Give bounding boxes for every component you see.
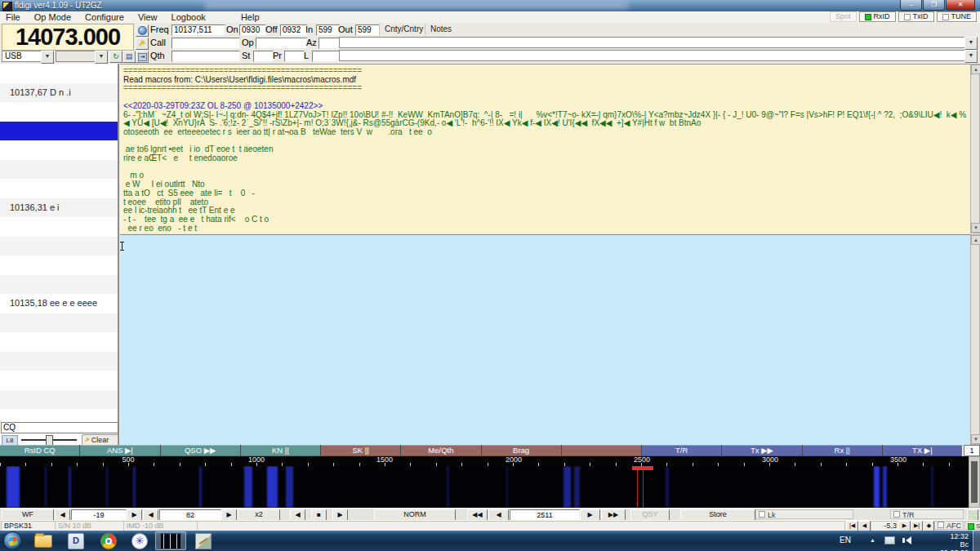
taskbar-designer-button[interactable] bbox=[188, 531, 219, 550]
maximize-button[interactable]: ❐ bbox=[923, 0, 945, 11]
chevron-down-icon[interactable]: ▼ bbox=[964, 50, 978, 63]
macro-button-brag[interactable]: Brag bbox=[482, 445, 561, 456]
taskbar-fldigi-button[interactable] bbox=[155, 531, 186, 550]
macro-button-t-r[interactable]: T/R bbox=[642, 445, 721, 456]
scroll-down-icon[interactable]: ▼ bbox=[971, 223, 980, 233]
chevron-down-icon[interactable]: ▼ bbox=[964, 37, 978, 50]
browser-row[interactable]: 10135,18 ee e e eeee bbox=[0, 294, 118, 313]
carrier-up-button[interactable]: ▶ bbox=[580, 509, 600, 521]
macro-button-rx[interactable]: Rx || bbox=[803, 445, 882, 456]
browser-row[interactable] bbox=[0, 332, 118, 352]
zoom-x2-button[interactable]: x2 bbox=[238, 509, 280, 521]
browser-row[interactable] bbox=[0, 313, 118, 333]
tune-button[interactable]: TUNE bbox=[937, 11, 978, 22]
carrier-forward-button[interactable]: ▶▶ bbox=[601, 509, 626, 521]
browser-row[interactable] bbox=[0, 237, 118, 256]
side-panel-button[interactable] bbox=[967, 509, 978, 521]
macro-button-me-qth[interactable]: Me/Qth bbox=[401, 445, 480, 456]
seek-input[interactable]: CQ bbox=[1, 422, 118, 433]
frequency-display[interactable]: 14073.000 bbox=[2, 24, 134, 51]
chevron-down-icon[interactable]: ▼ bbox=[41, 51, 54, 64]
waterfall-display[interactable] bbox=[0, 466, 969, 508]
scroll-down-icon[interactable]: ▼ bbox=[971, 434, 980, 444]
sql-indicator[interactable]: SQL bbox=[964, 521, 980, 530]
tray-clock[interactable]: 12:32 Вс 29.03.20 bbox=[940, 532, 969, 551]
notes-tab[interactable]: Notes bbox=[425, 24, 452, 35]
macro-button-qso[interactable]: QSO ▶▶ bbox=[161, 445, 240, 456]
afc-checkbox[interactable]: AFC bbox=[934, 521, 964, 530]
browser-row[interactable]: 10136,31 e i bbox=[0, 198, 118, 218]
country-combo-value[interactable] bbox=[339, 37, 965, 48]
clear-log-button[interactable] bbox=[136, 38, 149, 50]
pr-input[interactable] bbox=[284, 51, 305, 62]
menu-configure[interactable]: Configure bbox=[79, 11, 130, 23]
cnty-cntry-tab[interactable]: Cnty/Cntry bbox=[379, 24, 423, 35]
mode-combo-value[interactable]: USB bbox=[2, 51, 42, 62]
browser-row[interactable] bbox=[0, 371, 118, 390]
secondary-combo[interactable]: ▼ bbox=[56, 51, 108, 62]
wf-speed-button[interactable]: NORM bbox=[374, 509, 456, 521]
menu-op-mode[interactable]: Op Mode bbox=[29, 11, 77, 23]
carrier-rewind-button[interactable]: ◀◀ bbox=[467, 509, 488, 521]
op-input[interactable] bbox=[256, 38, 307, 49]
browser-row[interactable]: 10137,67 D n .i bbox=[0, 83, 118, 103]
qsy-button[interactable]: QSY bbox=[630, 509, 670, 521]
signal-level-value[interactable]: -19 bbox=[71, 509, 127, 521]
browser-row[interactable] bbox=[0, 256, 118, 275]
lower-range-button[interactable]: ◀ bbox=[143, 509, 158, 521]
menu-file[interactable]: File bbox=[0, 11, 26, 23]
lock-checkbox[interactable]: Lk bbox=[755, 509, 853, 519]
scroll-up-icon[interactable]: ▲ bbox=[971, 64, 980, 74]
freq-input[interactable]: 10137,511 bbox=[172, 24, 225, 36]
chevron-down-icon[interactable]: ▼ bbox=[95, 51, 108, 64]
macro-set-button[interactable]: 1 bbox=[964, 445, 980, 456]
lower-signal-button[interactable]: ◀ bbox=[55, 509, 70, 521]
mode-combo[interactable]: USB ▼ bbox=[2, 51, 54, 62]
save-qso-button[interactable]: ⇥ bbox=[136, 51, 149, 63]
locator-combo[interactable]: ▼ bbox=[339, 50, 978, 61]
browser-row[interactable] bbox=[0, 390, 118, 410]
show-desktop-button[interactable] bbox=[973, 531, 980, 551]
macro-button-rsid-cq[interactable]: RsID CQ bbox=[0, 445, 79, 456]
menu-logbook[interactable]: Logbook bbox=[166, 11, 212, 23]
macro-button-blank[interactable] bbox=[562, 445, 641, 456]
carrier-frequency-value[interactable]: 2511 bbox=[510, 509, 580, 521]
minimize-button[interactable]: – bbox=[900, 0, 922, 11]
browser-row[interactable] bbox=[0, 352, 118, 371]
taskbar-chrome-button[interactable] bbox=[93, 531, 124, 550]
out-input[interactable]: 599 bbox=[355, 24, 380, 36]
tray-expand-icon[interactable]: ▲ bbox=[870, 537, 875, 543]
browser-row[interactable] bbox=[0, 122, 118, 141]
spot-button[interactable]: Spot bbox=[830, 11, 857, 22]
macro-button-ans[interactable]: ANS ▶| bbox=[80, 445, 159, 456]
macro-button-kn[interactable]: KN || bbox=[241, 445, 320, 456]
rx-scrollbar[interactable]: ▲ ▼ bbox=[970, 64, 980, 233]
tx-scrollbar[interactable]: ▲ ▼ bbox=[970, 234, 980, 445]
taskbar-compass-button[interactable]: ✳ bbox=[124, 531, 155, 550]
call-input[interactable] bbox=[172, 38, 240, 49]
rx-text-pane[interactable]: ========================================… bbox=[120, 64, 970, 233]
macro-button-tx[interactable]: TX ▶| bbox=[883, 445, 962, 456]
browser-row[interactable] bbox=[0, 275, 118, 295]
waterfall-scroll-thumb[interactable] bbox=[971, 461, 978, 503]
range-value[interactable]: 82 bbox=[159, 509, 221, 521]
in-input[interactable]: 599 bbox=[316, 24, 340, 36]
taskbar-explorer-button[interactable] bbox=[28, 531, 59, 550]
wf-mode-button[interactable]: WF bbox=[2, 509, 54, 521]
l-input[interactable] bbox=[312, 51, 341, 62]
network-icon[interactable] bbox=[884, 536, 895, 544]
language-indicator[interactable]: EN bbox=[840, 535, 851, 544]
country-combo[interactable]: ▼ bbox=[339, 37, 978, 48]
titlebar[interactable]: fldigi ver4.1.09 - UT2GZ – ❐ ✕ bbox=[0, 0, 980, 11]
waterfall-scrollbar[interactable] bbox=[969, 456, 980, 508]
center-button[interactable]: ■ bbox=[311, 509, 327, 521]
close-button[interactable]: ✕ bbox=[946, 0, 975, 11]
tr-checkbox[interactable]: T/R bbox=[890, 509, 964, 519]
txid-button[interactable]: TxID bbox=[898, 11, 934, 22]
qth-input[interactable] bbox=[172, 51, 240, 62]
raise-signal-button[interactable]: ▶ bbox=[127, 509, 142, 521]
locator-combo-value[interactable] bbox=[339, 50, 965, 61]
browser-row[interactable] bbox=[0, 217, 118, 237]
qrz-globe-button[interactable] bbox=[136, 24, 149, 37]
store-button[interactable]: Store bbox=[680, 509, 755, 521]
